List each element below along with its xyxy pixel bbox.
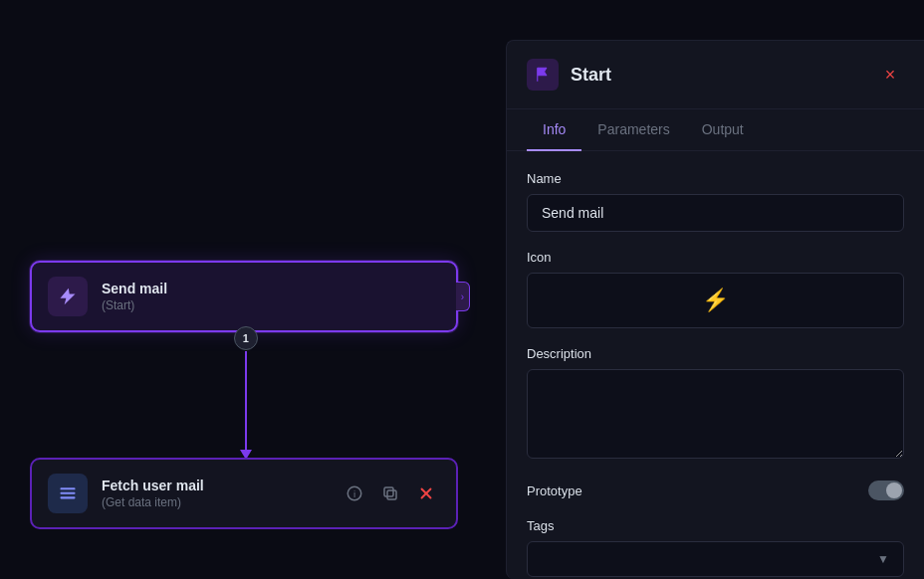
fetch-user-icon (48, 474, 88, 513)
svg-rect-3 (61, 496, 76, 498)
svg-rect-1 (61, 487, 76, 489)
name-input[interactable] (527, 194, 904, 232)
panel-flag-icon (527, 59, 559, 91)
side-panel: Start × Info Parameters Output Name Icon… (506, 40, 924, 579)
send-mail-title: Send mail (102, 281, 440, 296)
tags-arrow-icon: ▼ (877, 552, 889, 566)
panel-header: Start × (507, 41, 924, 109)
panel-close-button[interactable]: × (876, 61, 904, 89)
send-mail-subtitle: (Start) (102, 298, 440, 312)
tags-label: Tags (527, 518, 904, 533)
tags-select[interactable]: ▼ (527, 541, 904, 577)
tab-output[interactable]: Output (686, 109, 760, 151)
tab-info[interactable]: Info (527, 109, 581, 151)
description-textarea[interactable] (527, 369, 904, 459)
icon-preview-symbol: ⚡ (702, 288, 729, 313)
name-label: Name (527, 171, 904, 186)
connector-badge[interactable]: 1 (234, 326, 258, 350)
fetch-node-actions: i (341, 480, 440, 507)
svg-text:i: i (353, 488, 355, 499)
description-label: Description (527, 346, 904, 361)
icon-label: Icon (527, 250, 904, 265)
tab-parameters[interactable]: Parameters (581, 109, 685, 151)
send-mail-node[interactable]: Send mail (Start) › (30, 261, 458, 332)
fetch-user-node[interactable]: Fetch user mail (Get data item) i (30, 458, 458, 529)
description-field-group: Description (527, 346, 904, 463)
name-field-group: Name (527, 171, 904, 232)
svg-rect-7 (384, 487, 393, 496)
toggle-thumb (886, 482, 902, 498)
prototype-field-group: Prototype (527, 481, 904, 500)
send-mail-node-icon (48, 277, 88, 316)
send-mail-node-content: Send mail (Start) (102, 281, 440, 312)
prototype-toggle[interactable] (868, 481, 904, 500)
fetch-user-title: Fetch user mail (102, 478, 327, 493)
prototype-label: Prototype (527, 483, 582, 498)
fetch-user-content: Fetch user mail (Get data item) (102, 478, 327, 509)
icon-field-group: Icon ⚡ (527, 250, 904, 328)
panel-tabs: Info Parameters Output (507, 109, 924, 151)
fetch-user-subtitle: (Get data item) (102, 495, 327, 509)
fetch-delete-button[interactable] (412, 480, 440, 507)
tags-field-group: Tags ▼ (527, 518, 904, 577)
connector: × 1 (243, 338, 249, 451)
icon-preview[interactable]: ⚡ (527, 273, 904, 328)
fetch-copy-button[interactable] (376, 480, 404, 507)
panel-title: Start (571, 65, 864, 86)
node-arrow-handle[interactable]: › (456, 282, 470, 311)
fetch-info-button[interactable]: i (341, 480, 368, 507)
canvas: Send mail (Start) › × 1 Fetch user mail (0, 0, 488, 579)
svg-rect-6 (387, 490, 396, 499)
svg-marker-0 (61, 289, 76, 305)
svg-rect-2 (61, 492, 76, 494)
panel-content: Name Icon ⚡ Description Prototype Tags (507, 151, 924, 579)
